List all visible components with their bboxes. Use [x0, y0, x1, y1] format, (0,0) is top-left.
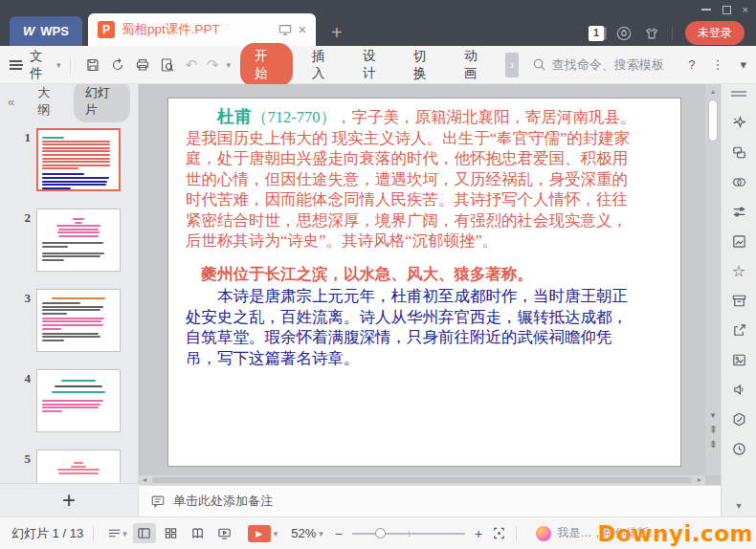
notes-placeholder: 单击此处添加备注 [173, 493, 273, 510]
tab-transition[interactable]: 切换 [400, 48, 451, 82]
command-search-input[interactable]: 查找命令、搜索模板 [532, 56, 680, 74]
rail-picture-button[interactable] [722, 345, 756, 375]
poet-years: （712-770） [252, 108, 336, 126]
rail-share-button[interactable] [722, 316, 756, 345]
window-close-button[interactable]: × [743, 3, 748, 16]
tab-animation[interactable]: 动画 [451, 48, 501, 82]
slide-thumbnail-2[interactable] [36, 209, 121, 272]
tab-slides[interactable]: 幻灯片 [74, 84, 130, 122]
slide-thumbnail-1[interactable] [36, 128, 121, 191]
notes-toggle-button[interactable]: ▾ [103, 526, 131, 540]
next-slide-button[interactable]: ⇟ [708, 439, 717, 449]
quick-access-caret-icon[interactable]: ▾ [227, 60, 232, 70]
open-documents-badge[interactable]: 1 [589, 26, 604, 41]
rail-history-button[interactable] [722, 434, 756, 464]
add-slide-button[interactable]: + [62, 489, 76, 512]
zoom-caret-icon[interactable]: ▾ [319, 529, 323, 538]
fit-to-window-button[interactable] [492, 526, 506, 540]
rail-eco-badge-button[interactable] [722, 405, 756, 434]
rail-image-pane-button[interactable] [722, 227, 756, 256]
panel-header: « 大纲 幻灯片 [0, 84, 138, 119]
print-preview-button[interactable] [155, 57, 180, 73]
collapse-panel-button[interactable]: « [8, 95, 14, 109]
minimize-button[interactable] [701, 9, 711, 11]
slide-thumbnail-3[interactable] [36, 289, 121, 352]
normal-view-button[interactable] [133, 523, 156, 543]
export-button[interactable] [105, 57, 130, 73]
rail-merge-shapes-button[interactable] [722, 167, 756, 197]
new-tab-button[interactable]: + [331, 23, 343, 42]
horizontal-scrollbar-thumb[interactable] [152, 477, 692, 483]
more-options-button[interactable]: ⋮ [711, 57, 723, 72]
wps-logo-icon: W [23, 24, 34, 38]
notes-bar[interactable]: 单击此处添加备注 [139, 485, 721, 516]
main-area: 杜甫（712-770），字子美，原籍湖北襄阳，寄居河南巩县。是我国历史上伟大的 … [139, 84, 721, 516]
file-menu[interactable]: 文件 [30, 48, 54, 82]
document-tab[interactable]: P 蜀相ppt课件.PPT × [88, 13, 316, 46]
reading-view-button[interactable] [187, 523, 210, 543]
file-menu-caret-icon[interactable]: ▾ [56, 60, 61, 70]
wps-presentation-window: × W WPS P 蜀相ppt课件.PPT × + 1 [0, 0, 756, 549]
login-button[interactable]: 未登录 [685, 21, 745, 45]
slide-row-1: 1 [0, 128, 138, 191]
slide-number: 5 [10, 451, 31, 467]
window-controls: × [701, 2, 748, 17]
vertical-scrollbar-thumb[interactable] [708, 99, 718, 142]
rail-switch-shapes-button[interactable] [722, 138, 756, 167]
rail-resource-box-button[interactable] [722, 286, 756, 316]
vertical-scrollbar[interactable]: ▴ ▾ ⇞ ⇟ [705, 84, 721, 475]
rail-favorites-button[interactable]: ☆ [722, 256, 756, 286]
sliders-icon [731, 204, 747, 220]
play-options-caret-icon[interactable]: ▾ [274, 529, 278, 538]
ribbon-right: ? ⋮ ▾ [688, 57, 746, 72]
scroll-right-button[interactable]: ▸ [698, 475, 701, 485]
watermark: Downyi.com [597, 521, 753, 546]
tab-insert[interactable]: 插入 [299, 48, 349, 82]
save-button[interactable] [80, 57, 105, 73]
rail-audio-button[interactable] [722, 375, 756, 405]
zoom-out-button[interactable]: − [335, 526, 343, 541]
zoom-slider-knob[interactable] [375, 528, 386, 538]
wps-menu-tab[interactable]: W WPS [10, 16, 82, 46]
slideshow-view-button[interactable] [213, 523, 236, 543]
rail-drag-handle[interactable] [731, 91, 746, 93]
close-tab-button[interactable]: × [299, 22, 306, 37]
slide-thumbnail-5[interactable] [36, 450, 121, 483]
thumbnail-preview [42, 137, 115, 189]
play-slideshow-button[interactable]: ▶ [248, 525, 271, 542]
help-button[interactable]: ? [688, 57, 695, 72]
rail-effects-button[interactable] [722, 108, 756, 138]
intro-text: ，字子美，原籍湖北襄阳，寄居河南巩县。是我国历史上伟大的 现实主义诗人。出生于“… [186, 108, 636, 250]
horizontal-scrollbar[interactable]: ◂ ▸ [139, 475, 705, 485]
zoom-in-button[interactable]: + [475, 526, 482, 541]
thumbnail-preview [42, 297, 115, 341]
panel-footer: + [0, 483, 139, 516]
activity-flame-icon[interactable] [616, 26, 632, 41]
wps-label: WPS [40, 24, 69, 38]
maximize-button[interactable] [723, 6, 731, 14]
rail-properties-button[interactable] [722, 197, 756, 227]
poet-name: 杜甫 [217, 107, 252, 126]
rail-more-chevron-icon[interactable]: ▾ [736, 500, 741, 511]
scroll-left-button[interactable]: ◂ [143, 475, 146, 485]
scroll-down-button[interactable]: ▾ [711, 411, 716, 420]
redo-button[interactable]: ↷ [202, 56, 224, 74]
tab-outline[interactable]: 大纲 [37, 84, 60, 119]
ribbon-overflow-button[interactable]: › [505, 53, 519, 77]
skin-shirt-icon[interactable] [644, 26, 659, 41]
present-monitor-icon[interactable] [278, 23, 292, 36]
tab-home[interactable]: 开始 [240, 43, 293, 87]
undo-button[interactable]: ↶ [180, 56, 202, 74]
tab-design[interactable]: 设计 [349, 48, 400, 82]
hamburger-menu-icon[interactable] [10, 60, 22, 70]
previous-slide-button[interactable]: ⇞ [708, 425, 717, 434]
zoom-slider[interactable] [352, 528, 465, 539]
archive-box-icon [731, 293, 747, 309]
collapse-ribbon-button[interactable]: ▾ [740, 57, 746, 72]
slide-text-box[interactable]: 杜甫（712-770），字子美，原籍湖北襄阳，寄居河南巩县。是我国历史上伟大的 … [167, 98, 681, 467]
print-button[interactable] [130, 57, 155, 73]
slide-sorter-view-button[interactable] [160, 523, 183, 543]
zoom-level[interactable]: 52% [291, 526, 316, 540]
slide-thumbnail-4[interactable] [36, 369, 121, 432]
scroll-up-button[interactable]: ▴ [705, 87, 721, 96]
